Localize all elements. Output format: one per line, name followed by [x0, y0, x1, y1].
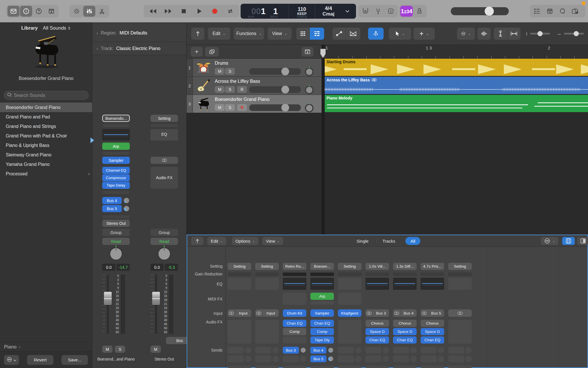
channel-audio-fx-button[interactable]: Space D [421, 328, 444, 335]
channel-eq-slot[interactable] [255, 278, 279, 290]
send-bus-button[interactable]: Bus 3 [283, 347, 299, 354]
bar-ruler[interactable]: 11 32 [325, 45, 588, 59]
mixer-mode-all[interactable]: All [405, 237, 420, 245]
add-track-button[interactable]: + [191, 47, 203, 57]
channel-midi-fx-button[interactable]: Arp [310, 293, 334, 300]
hide-tracks-button[interactable] [191, 28, 204, 40]
mute-button[interactable]: M [102, 346, 113, 353]
library-item[interactable]: Yamaha Grand Piano [0, 160, 92, 169]
channel-setting-button[interactable]: Setting [228, 263, 251, 270]
channel-input-button[interactable]: Bus 4 [393, 309, 417, 317]
region-bass[interactable]: Across the Liffey Bass [325, 77, 588, 94]
volume-value[interactable]: -14.7 [117, 264, 130, 271]
solo-mode-button[interactable]: S [385, 6, 397, 17]
track-record-button[interactable]: R [237, 86, 247, 93]
volume-value[interactable]: -5.3 [165, 264, 178, 271]
channel-send-slot[interactable]: Bus 5 [310, 355, 334, 362]
forward-button[interactable] [162, 6, 175, 17]
pan-knob[interactable] [109, 247, 123, 261]
smart-controls-button[interactable] [71, 6, 83, 17]
mixer-view-menu[interactable]: View⌄ [262, 237, 283, 245]
channel-setting-button[interactable]: Setting [448, 263, 472, 270]
fader-cap[interactable] [152, 292, 160, 305]
send-knob[interactable] [300, 347, 306, 353]
track-mute-button[interactable]: M [215, 86, 225, 93]
send-knob[interactable] [328, 347, 334, 353]
tracks-edit-menu[interactable]: Edit⌄ [208, 28, 230, 40]
channel-audio-fx-button[interactable]: Chan EQ [310, 320, 334, 327]
track-name[interactable]: Across the Liffey Bass [215, 79, 260, 84]
play-button[interactable] [193, 6, 206, 17]
mixer-options-menu[interactable]: Options⌄ [232, 237, 258, 245]
track-volume-slider[interactable] [249, 68, 301, 75]
track-header[interactable]: 1 Drums M S [187, 59, 322, 77]
audio-fx-empty-area[interactable] [338, 320, 361, 344]
event-list-button[interactable] [531, 6, 543, 17]
channel-audio-fx-button[interactable]: Chan EQ [421, 336, 444, 344]
track-mute-button[interactable]: M [215, 104, 225, 111]
audio-fx-area[interactable]: Audio FX [150, 167, 178, 189]
duplicate-track-button[interactable] [205, 47, 219, 57]
channel-setting-button[interactable]: 4.7s Pris... [421, 263, 444, 270]
region-drums[interactable]: Starting Drums [325, 59, 588, 76]
channel-send-slot[interactable] [365, 347, 389, 354]
channel-setting-button[interactable]: Setting [255, 263, 279, 270]
track-header[interactable]: 2 Across the Liffey Bass M SR [187, 77, 322, 95]
channel-send-slot[interactable] [338, 347, 361, 354]
channel-input-button[interactable]: Bus 5 [421, 309, 444, 317]
secondary-tool-menu[interactable]: ⌄ [413, 28, 435, 40]
lcd-display-menu[interactable] [342, 4, 353, 19]
track-volume-slider[interactable] [249, 104, 301, 111]
tuner-button[interactable] [372, 6, 384, 17]
vertical-zoom-slider[interactable]: ↕ [525, 30, 550, 37]
channel-send-slot[interactable] [228, 355, 251, 362]
channel-input-button[interactable]: Input [228, 309, 251, 317]
channel-eq-slot[interactable] [393, 278, 417, 290]
channel-send-slot[interactable] [255, 347, 279, 354]
channel-audio-fx-button[interactable]: Tape Dly [310, 336, 334, 344]
track-pan-knob[interactable] [305, 86, 314, 94]
channel-send-slot[interactable] [365, 355, 389, 362]
channel-send-slot[interactable] [448, 347, 472, 354]
channel-input-button[interactable]: Drum Kit [283, 309, 306, 317]
region-midi[interactable]: Piano Melody [325, 95, 588, 112]
solo-button[interactable]: S [115, 346, 125, 353]
track-name[interactable]: Drums [215, 61, 228, 66]
audio-fx-slot-3[interactable]: Tape Delay [102, 182, 130, 189]
revert-button[interactable]: Revert [27, 355, 53, 365]
record-button[interactable] [208, 6, 221, 17]
mixer-strips-view-button[interactable] [562, 237, 575, 245]
send-slot-1[interactable]: Bus 4 [102, 197, 130, 204]
send-knob[interactable] [328, 356, 334, 362]
send-knob[interactable] [123, 197, 130, 204]
audio-fx-empty-area[interactable] [228, 320, 251, 344]
strip-setting-button[interactable]: Boesendo... [102, 115, 130, 122]
track-solo-button[interactable]: S [225, 104, 235, 111]
grid-view-button[interactable] [296, 28, 310, 40]
channel-midi-fx-slot[interactable] [283, 293, 306, 305]
library-item[interactable]: Piano & Upright Bass [0, 141, 92, 150]
library-item[interactable]: Processed› [0, 169, 92, 179]
channel-send-slot[interactable] [338, 355, 361, 362]
volume-fader[interactable]: 03691215182124303540455060 [102, 275, 130, 334]
strip-setting-button[interactable]: Setting [150, 115, 178, 122]
track-volume-knob[interactable] [281, 86, 289, 93]
track-solo-button[interactable]: S [225, 86, 235, 93]
library-action-menu-button[interactable] [4, 355, 19, 365]
toolbar-toggle-button[interactable] [45, 6, 57, 17]
track-more-menu[interactable]: ⌄ [457, 28, 475, 40]
loop-browser-button[interactable] [556, 6, 568, 17]
channel-audio-fx-button[interactable]: Comp [310, 328, 334, 335]
library-breadcrumb[interactable]: Piano › [0, 342, 92, 351]
mixer-mode-tracks[interactable]: Tracks [379, 237, 399, 245]
inspector-toggle-button[interactable] [20, 6, 32, 17]
horizontal-auto-zoom-button[interactable] [507, 28, 521, 40]
pan-knob[interactable] [157, 247, 171, 261]
library-filter-dropdown[interactable]: All Sounds ⇕ [43, 25, 71, 31]
mixer-more-menu[interactable]: ⌄ [541, 237, 558, 245]
channel-send-slot[interactable] [283, 355, 306, 362]
automation-mode-button[interactable]: Read [150, 238, 178, 245]
track-pan-knob[interactable] [305, 104, 314, 112]
output-button[interactable]: Stereo Out [102, 220, 130, 227]
fader-cap[interactable] [104, 292, 112, 305]
